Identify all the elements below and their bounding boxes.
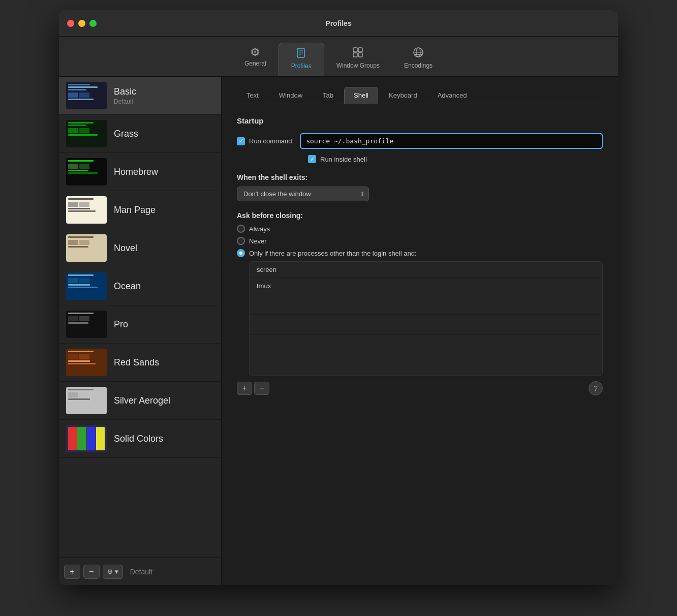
profile-info-pro: Pro	[114, 319, 214, 330]
profile-name-pro: Pro	[114, 319, 214, 330]
profile-thumb-redsands	[66, 349, 107, 376]
profile-item-grass[interactable]: Grass	[59, 115, 221, 153]
svg-rect-5	[358, 48, 362, 52]
profile-info-manpage: Man Page	[114, 205, 214, 215]
profile-thumb-solidcolors	[66, 425, 107, 452]
run-command-input[interactable]	[300, 133, 603, 149]
default-label: Default	[130, 568, 152, 576]
process-item-empty-1	[250, 294, 602, 315]
help-button[interactable]: ?	[589, 381, 603, 395]
radio-processes-circle[interactable]	[237, 249, 245, 257]
close-button[interactable]	[67, 20, 74, 27]
radio-processes-label: Only if there are processes other than t…	[249, 250, 417, 257]
detail-panel: Text Window Tab Shell Keyboard Advanced …	[222, 77, 618, 585]
profile-thumb-manpage	[66, 196, 107, 224]
profile-info-novel: Novel	[114, 243, 214, 254]
toolbar-label-general: General	[244, 60, 266, 67]
profile-info-solidcolors: Solid Colors	[114, 434, 214, 444]
maximize-button[interactable]	[89, 20, 97, 27]
profile-name-basic: Basic	[114, 86, 214, 97]
profile-thumb-grass	[66, 120, 107, 147]
process-item-empty-2	[250, 315, 602, 335]
profile-thumb-silveraerogel	[66, 387, 107, 414]
startup-title: Startup	[237, 116, 603, 125]
other-profile-button[interactable]: ⊕ ▾	[103, 565, 123, 579]
radio-processes[interactable]: Only if there are processes other than t…	[237, 249, 603, 257]
remove-profile-button[interactable]: −	[83, 565, 100, 579]
globe-icon	[413, 47, 424, 60]
profile-thumb-pro	[66, 311, 107, 338]
list-footer: + − ?	[237, 381, 603, 395]
tab-tab[interactable]: Tab	[313, 87, 343, 104]
radio-never-circle[interactable]	[237, 237, 245, 245]
tab-window[interactable]: Window	[269, 87, 312, 104]
tab-keyboard[interactable]: Keyboard	[379, 87, 427, 104]
profile-list: Basic Default	[59, 77, 221, 558]
profile-name-ocean: Ocean	[114, 281, 214, 292]
profile-item-basic[interactable]: Basic Default	[59, 77, 221, 115]
process-item-tmux[interactable]: tmux	[250, 278, 602, 294]
tab-shell[interactable]: Shell	[344, 87, 378, 104]
profile-name-grass: Grass	[114, 129, 214, 139]
toolbar-label-encodings: Encodings	[404, 62, 433, 69]
add-profile-button[interactable]: +	[64, 565, 80, 579]
toolbar-item-general[interactable]: ⚙ General	[232, 43, 279, 76]
minimize-button[interactable]	[78, 20, 85, 27]
profile-item-pro[interactable]: Pro	[59, 305, 221, 344]
profile-info-homebrew: Homebrew	[114, 167, 214, 177]
sidebar-footer: + − ⊕ ▾ Default	[59, 558, 221, 585]
main-content: Basic Default	[59, 77, 618, 585]
toolbar-item-profiles[interactable]: Profiles	[279, 43, 324, 76]
list-buttons: + −	[237, 382, 269, 395]
profile-name-homebrew: Homebrew	[114, 167, 214, 177]
profile-name-redsands: Red Sands	[114, 357, 214, 368]
profile-name-novel: Novel	[114, 243, 214, 254]
profile-name-manpage: Man Page	[114, 205, 214, 215]
radio-never[interactable]: Never	[237, 237, 603, 245]
profile-info-ocean: Ocean	[114, 281, 214, 292]
tab-advanced[interactable]: Advanced	[428, 87, 477, 104]
profile-info-redsands: Red Sands	[114, 357, 214, 368]
process-item-screen[interactable]: screen	[250, 262, 602, 278]
process-item-empty-4	[250, 355, 602, 376]
run-inside-shell-text: Run inside shell	[320, 156, 367, 163]
toolbar-item-window-groups[interactable]: Window Groups	[324, 43, 392, 76]
profile-thumb-novel	[66, 234, 107, 262]
titlebar: Profiles	[59, 10, 618, 37]
add-process-button[interactable]: +	[237, 382, 252, 395]
profile-name-silveraerogel: Silver Aerogel	[114, 395, 214, 406]
run-command-label[interactable]: ✓ Run command:	[237, 137, 294, 145]
remove-process-button[interactable]: −	[254, 382, 269, 395]
toolbar: ⚙ General Profiles	[59, 37, 618, 77]
run-inside-shell-checkbox[interactable]: ✓	[308, 155, 316, 163]
profile-item-novel[interactable]: Novel	[59, 229, 221, 267]
profile-info-grass: Grass	[114, 129, 214, 139]
svg-rect-6	[353, 53, 357, 57]
run-command-row: ✓ Run command:	[237, 133, 603, 149]
toolbar-label-profiles: Profiles	[291, 63, 312, 70]
toolbar-item-encodings[interactable]: Encodings	[392, 43, 445, 76]
toolbar-label-window-groups: Window Groups	[336, 62, 380, 69]
run-inside-shell-label[interactable]: ✓ Run inside shell	[308, 155, 367, 163]
profile-item-redsands[interactable]: Red Sands	[59, 344, 221, 382]
run-command-checkbox[interactable]: ✓	[237, 137, 245, 145]
svg-rect-7	[358, 53, 362, 57]
radio-always-circle[interactable]	[237, 225, 245, 233]
ask-closing-section: Ask before closing: Always Never Only if…	[237, 211, 603, 395]
sidebar: Basic Default	[59, 77, 222, 585]
profile-item-homebrew[interactable]: Homebrew	[59, 153, 221, 191]
profile-sub-basic: Default	[114, 98, 214, 105]
profile-item-solidcolors[interactable]: Solid Colors	[59, 420, 221, 458]
profile-item-ocean[interactable]: Ocean	[59, 267, 221, 305]
radio-always[interactable]: Always	[237, 225, 603, 233]
profile-item-manpage[interactable]: Man Page	[59, 191, 221, 229]
profile-item-silveraerogel[interactable]: Silver Aerogel	[59, 382, 221, 420]
shell-exits-dropdown[interactable]: Don't close the window Close if the shel…	[237, 187, 369, 201]
tab-text[interactable]: Text	[237, 87, 268, 104]
profile-info-basic: Basic Default	[114, 86, 214, 105]
run-command-label-text: Run command:	[249, 137, 294, 145]
svg-rect-4	[353, 48, 357, 52]
process-item-empty-3	[250, 335, 602, 355]
tab-bar: Text Window Tab Shell Keyboard Advanced	[237, 87, 603, 104]
profile-thumb-basic	[66, 82, 107, 109]
